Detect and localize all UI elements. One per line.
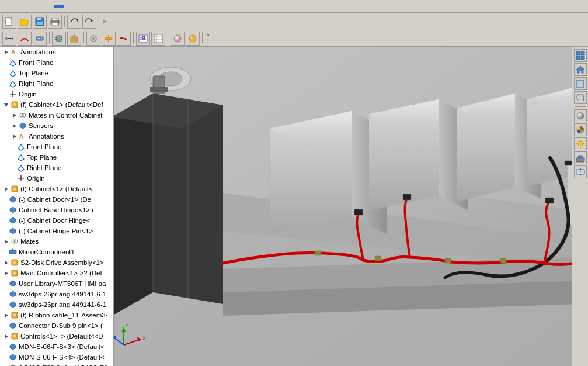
tree-expand-btn[interactable]: [2, 333, 9, 340]
menu-electrical[interactable]: [54, 5, 64, 8]
tree-item[interactable]: Main Controller<1>->? (Def.: [0, 268, 113, 278]
tb2-bom-btn[interactable]: [151, 32, 165, 46]
tree-item-label: MDN-S-06-F-S<4> (Default<: [19, 354, 105, 361]
tree-item[interactable]: AC40C-F03-8<1> (AC40C-F0: [0, 362, 113, 366]
tree-expand-btn[interactable]: [11, 112, 18, 119]
tree-item[interactable]: Right Plane: [0, 78, 113, 89]
tree-item[interactable]: Sensors: [0, 120, 113, 131]
menu-sketch[interactable]: [22, 5, 33, 8]
tree-item-icon: [8, 195, 18, 204]
svg-rect-127: [500, 258, 506, 263]
tb2-connector-btn[interactable]: [33, 32, 47, 46]
tb-save-btn[interactable]: [33, 15, 47, 29]
tb2-sep1: [49, 32, 50, 43]
tb-redo-btn[interactable]: [82, 15, 96, 29]
tb2-route-btn[interactable]: [18, 32, 32, 46]
rt-view-manager-btn[interactable]: [574, 49, 587, 62]
rt-color-btn[interactable]: [574, 123, 587, 136]
tree-item[interactable]: Cabinet Base Hinge<1> (: [0, 205, 113, 215]
tree-item-label: Cabinet Base Hinge<1> (: [19, 206, 94, 213]
tree-expand-btn[interactable]: [11, 133, 18, 140]
svg-marker-52: [13, 124, 16, 128]
tb-print-btn[interactable]: [48, 15, 62, 29]
tb-open-btn[interactable]: [18, 15, 32, 29]
svg-point-152: [578, 141, 583, 146]
tree-item[interactable]: (f) Cabinet<1> (Default<: [0, 184, 113, 194]
menu-evaluate[interactable]: [33, 5, 43, 8]
tree-item[interactable]: Connector D-Sub 9 pin<1> (: [0, 320, 113, 331]
rt-home-btn[interactable]: [574, 63, 587, 76]
menu-assembly[interactable]: [1, 5, 12, 8]
rt-zoom-fit-btn[interactable]: [574, 77, 587, 90]
tree-item[interactable]: Mates in Control Cabinet: [0, 110, 113, 120]
menu-piping[interactable]: [64, 5, 75, 8]
tree-item[interactable]: (-) Cabinet Door<1> (De: [0, 194, 113, 205]
tree-item[interactable]: (f) Cabinet<1> (Default<Def: [0, 99, 113, 110]
tree-item-icon: [8, 363, 18, 366]
tree-item[interactable]: User Library-MT506T HMI pa: [0, 278, 113, 289]
tree-expand-btn[interactable]: [2, 49, 9, 56]
rt-section-btn[interactable]: [574, 165, 587, 178]
tree-item[interactable]: Front Plane: [0, 57, 113, 68]
tree-item[interactable]: Top Plane: [0, 68, 113, 78]
tb2-schematic-btn[interactable]: [136, 32, 150, 46]
svg-marker-66: [10, 207, 16, 213]
tree-item[interactable]: MirrorComponent1: [0, 247, 113, 257]
tree-item[interactable]: Origin: [0, 89, 113, 99]
tree-item[interactable]: Top Plane: [0, 152, 113, 163]
rt-shaded-btn[interactable]: [574, 109, 587, 122]
tree-expand-btn[interactable]: [2, 101, 9, 108]
tb2-clip-btn[interactable]: [86, 32, 100, 46]
tree-item-label: Mates in Control Cabinet: [29, 112, 103, 119]
tree-item[interactable]: (f) Ribbon cable_11-Assem3·: [0, 310, 113, 320]
tree-expand-btn[interactable]: [2, 259, 9, 266]
tree-item[interactable]: Mates: [0, 236, 113, 247]
tree-item[interactable]: (-) Cabinet Door Hinge<: [0, 215, 113, 226]
rt-rotate-btn[interactable]: [574, 91, 587, 104]
menu-office-products[interactable]: [43, 5, 54, 8]
tb-undo-btn[interactable]: [67, 15, 81, 29]
menu-layout[interactable]: [12, 5, 22, 8]
tree-item[interactable]: S2-Disk Drive Assembly<1>: [0, 257, 113, 268]
tree-item[interactable]: Front Plane: [0, 141, 113, 152]
tree-item[interactable]: AAnnotations: [0, 47, 113, 57]
tb2-part-btn[interactable]: [67, 32, 81, 46]
tree-expand-btn[interactable]: [2, 238, 9, 245]
tree-item[interactable]: MDN-S-06-F-S<4> (Default<: [0, 352, 113, 362]
svg-point-150: [577, 112, 584, 119]
tb-more-arrow[interactable]: »: [102, 18, 107, 25]
tb2-goldsphere-btn[interactable]: [186, 32, 200, 46]
svg-rect-158: [578, 156, 583, 158]
tb2-sphere-btn[interactable]: [171, 32, 185, 46]
menu-tubing[interactable]: [75, 5, 85, 8]
svg-rect-126: [445, 258, 451, 263]
tb2-wire-btn[interactable]: [2, 32, 16, 46]
tree-item[interactable]: Controls<1> -> (Default<<D: [0, 331, 113, 341]
svg-marker-86: [10, 323, 16, 329]
tree-item[interactable]: Origin: [0, 173, 113, 184]
tb2-more-arrow[interactable]: »: [205, 32, 211, 46]
tree-expand-btn[interactable]: [2, 185, 9, 192]
tree-item[interactable]: sw3dps-26pr ang 449141-6-1: [0, 289, 113, 299]
tb2-component-btn[interactable]: [52, 32, 66, 46]
svg-rect-85: [13, 313, 16, 317]
tree-expand-btn[interactable]: [2, 312, 9, 319]
tree-item-label: Origin: [27, 175, 45, 182]
tree-item[interactable]: Right Plane: [0, 163, 113, 173]
tree-item-label: (-) Cabinet Door<1> (De: [19, 196, 91, 203]
tree-item[interactable]: (-) Cabinet Hinge Pin<1>: [0, 226, 113, 236]
tree-item-label: Origin: [19, 91, 37, 98]
tb2-clip2-btn[interactable]: [102, 32, 116, 46]
rt-lighting-btn[interactable]: [574, 137, 587, 150]
tree-item[interactable]: MDN-S-06-F-S<3> (Default<: [0, 341, 113, 352]
tree-expand-btn[interactable]: [11, 122, 18, 129]
tb-new-btn[interactable]: [2, 15, 16, 29]
tree-item[interactable]: AAnnotations: [0, 131, 113, 141]
tree-item-icon: [8, 216, 18, 225]
tree-item[interactable]: sw3dps-26pr ang 449141-6-1: [0, 299, 113, 310]
tree-expand-btn[interactable]: [2, 270, 9, 277]
viewport-3d[interactable]: Z X Y: [114, 47, 572, 366]
tree-item-label: (f) Ribbon cable_11-Assem3·: [20, 312, 107, 319]
tb2-harness-btn[interactable]: [117, 32, 131, 46]
rt-scene-btn[interactable]: [574, 151, 587, 164]
